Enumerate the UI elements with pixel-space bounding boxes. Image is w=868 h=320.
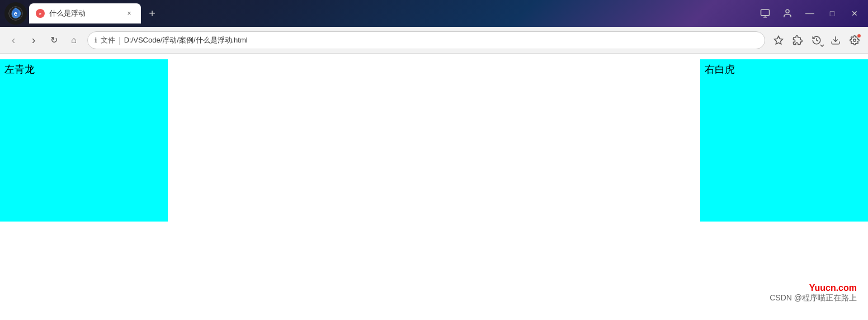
address-file-label: 文件 bbox=[101, 35, 115, 45]
svg-point-5 bbox=[786, 10, 789, 13]
home-button[interactable]: ⌂ bbox=[65, 31, 83, 49]
bookmark-button[interactable] bbox=[770, 31, 787, 49]
right-box-label: 右白虎 bbox=[700, 59, 868, 79]
svg-text:e: e bbox=[14, 10, 17, 17]
reload-button[interactable]: ↻ bbox=[45, 31, 63, 49]
download-button[interactable] bbox=[827, 31, 845, 49]
back-button[interactable]: ‹ bbox=[4, 31, 22, 49]
right-float-box: 右白虎 bbox=[700, 59, 868, 222]
svg-point-8 bbox=[853, 39, 856, 41]
tab-bar: e 什么是浮动 × + bbox=[29, 0, 756, 27]
security-icon: ℹ bbox=[95, 36, 97, 44]
svg-rect-4 bbox=[761, 10, 770, 16]
tab-close-button[interactable]: × bbox=[124, 8, 134, 18]
address-bar[interactable]: ℹ 文件 | D:/VSCode/浮动/案例/什么是浮动.html bbox=[87, 31, 765, 49]
csdn-text: CSDN @程序喵正在路上 bbox=[770, 293, 857, 303]
maximize-button[interactable]: □ bbox=[823, 4, 841, 22]
notification-dot bbox=[857, 34, 861, 38]
address-separator: | bbox=[119, 36, 121, 45]
left-float-box: 左青龙 bbox=[0, 59, 168, 222]
screen-cast-icon[interactable] bbox=[756, 4, 774, 22]
svg-marker-6 bbox=[775, 36, 783, 44]
new-tab-button[interactable]: + bbox=[143, 4, 161, 22]
svg-text:e: e bbox=[39, 12, 41, 16]
left-box-label: 左青龙 bbox=[0, 59, 168, 79]
close-window-button[interactable]: ✕ bbox=[846, 4, 864, 22]
window-controls: — □ ✕ bbox=[756, 4, 864, 22]
profile-icon[interactable] bbox=[779, 4, 796, 22]
extensions-button[interactable] bbox=[789, 31, 806, 49]
page-footer: Yuucn.com CSDN @程序喵正在路上 bbox=[770, 283, 857, 303]
nav-right-buttons bbox=[770, 31, 864, 49]
active-tab[interactable]: e 什么是浮动 × bbox=[29, 3, 141, 23]
page-content: 左青龙 右白虎 Yuucn.com CSDN @程序喵正在路上 bbox=[0, 54, 868, 320]
forward-button[interactable]: › bbox=[25, 31, 43, 49]
address-url: D:/VSCode/浮动/案例/什么是浮动.html bbox=[124, 35, 758, 45]
tab-favicon: e bbox=[36, 9, 45, 18]
settings-button[interactable] bbox=[846, 31, 864, 49]
browser-window: e e 什么是浮动 × + bbox=[0, 0, 868, 320]
yuucn-text: Yuucn.com bbox=[770, 283, 857, 293]
title-bar: e e 什么是浮动 × + bbox=[0, 0, 868, 27]
minimize-button[interactable]: — bbox=[801, 4, 819, 22]
browser-logo: e bbox=[4, 2, 27, 25]
tab-title: 什么是浮动 bbox=[49, 8, 120, 18]
history-button[interactable] bbox=[808, 31, 825, 49]
nav-bar: ‹ › ↻ ⌂ ℹ 文件 | D:/VSCode/浮动/案例/什么是浮动.htm… bbox=[0, 27, 868, 54]
